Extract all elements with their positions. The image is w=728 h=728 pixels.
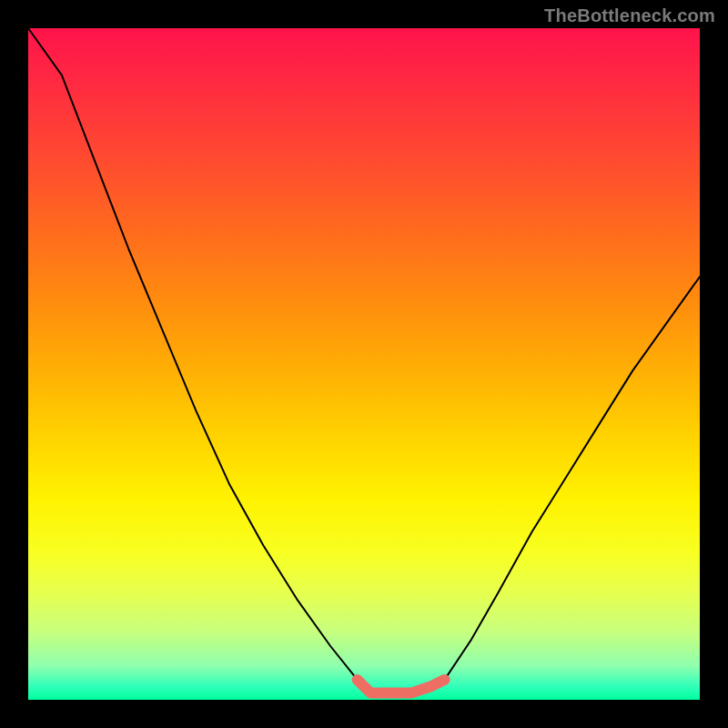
watermark-text: TheBottleneck.com — [544, 5, 715, 26]
curve-layer — [28, 28, 700, 700]
chart-frame: TheBottleneck.com — [0, 0, 728, 728]
accent-segment — [358, 680, 445, 693]
plot-area — [28, 28, 700, 700]
bottleneck-curve — [28, 28, 700, 693]
